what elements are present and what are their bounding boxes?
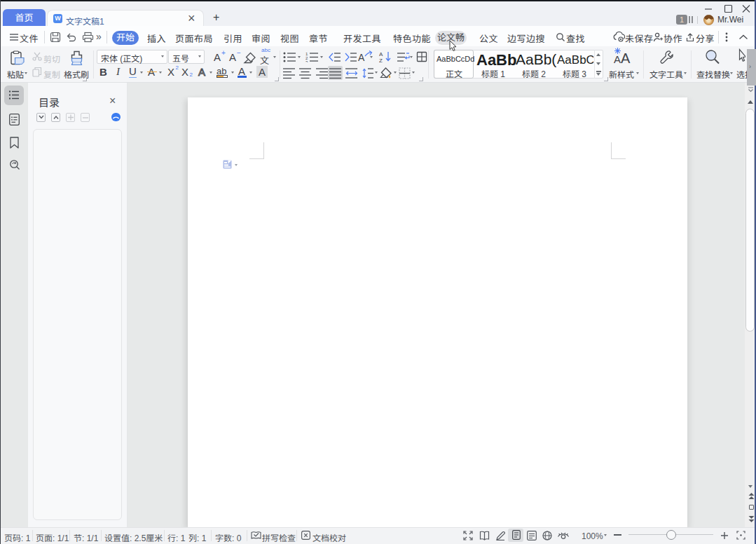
svg-text:A: A xyxy=(379,51,383,57)
svg-text:3: 3 xyxy=(305,60,308,63)
svg-text:Z: Z xyxy=(379,57,383,63)
